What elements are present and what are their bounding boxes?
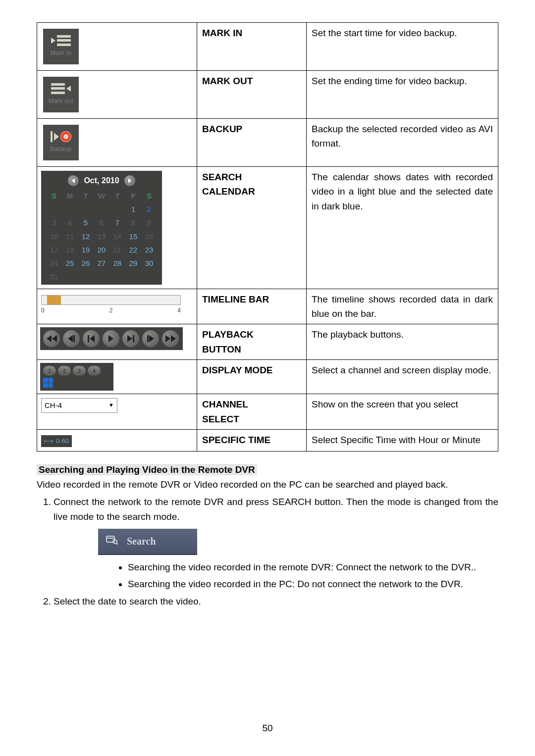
calendar-day[interactable]: 3: [46, 217, 62, 228]
name-search-calendar: SEARCH CALENDAR: [197, 167, 307, 289]
timeline-segment: [47, 296, 61, 304]
channel-select-dropdown[interactable]: CH-4 ▼: [41, 398, 117, 412]
calendar-day[interactable]: 23: [141, 244, 157, 255]
calendar-day[interactable]: 7: [109, 217, 125, 228]
body-text: Searching and Playing Video in the Remot…: [37, 462, 498, 608]
display-mode-button[interactable]: 2: [58, 366, 71, 376]
desc-specific-time: Select Specific Time with Hour or Minute: [307, 430, 498, 452]
play-icon: [54, 133, 59, 141]
calendar-day[interactable]: 18: [62, 244, 78, 255]
name-playback: PLAYBACK BUTTON: [197, 324, 307, 360]
name-timeline: TIMELINE BAR: [197, 289, 307, 324]
calendar-dow: T: [109, 190, 125, 202]
calendar-day[interactable]: 13: [94, 231, 109, 242]
name-mark-out: MARK OUT: [197, 71, 307, 119]
calendar-dow: W: [94, 190, 109, 202]
prev-button[interactable]: [83, 330, 100, 347]
fast-forward-button[interactable]: [162, 330, 179, 347]
timeline-tick-label: 0: [41, 306, 45, 315]
calendar-dow: S: [141, 190, 157, 202]
calendar-prev-button[interactable]: [68, 175, 79, 186]
specific-time-control[interactable]: ⟼ 0-60: [41, 435, 72, 447]
calendar-day[interactable]: 15: [125, 231, 141, 242]
name-line1: PLAYBACK: [202, 329, 254, 340]
desc-backup: Backup the selected recorded video as AV…: [307, 119, 498, 167]
calendar-day[interactable]: 11: [62, 231, 78, 242]
calendar-day[interactable]: 4: [62, 217, 78, 228]
calendar-day[interactable]: 8: [125, 217, 141, 228]
calendar-day[interactable]: 22: [125, 244, 141, 255]
calendar-day[interactable]: 17: [46, 244, 62, 255]
desc-display-mode: Select a channel and screen display mode…: [307, 360, 498, 394]
icon-cell-backup: Backup: [37, 119, 197, 167]
list-icon: [51, 83, 65, 94]
calendar-dow: M: [62, 190, 78, 202]
icon-label: Backup: [50, 144, 71, 154]
calendar-day[interactable]: 1: [125, 203, 141, 215]
backup-icon: Backup: [43, 125, 79, 160]
calendar-day[interactable]: 10: [46, 231, 62, 242]
desc-timeline: The timeline shows recorded data in dark…: [307, 289, 498, 324]
calendar-day[interactable]: 29: [125, 257, 141, 269]
step-2: Select the date to search the video.: [54, 594, 498, 608]
section-intro: Video recorded in the remote DVR or Vide…: [37, 477, 498, 492]
icon-cell-specific-time: ⟼ 0-60: [37, 430, 197, 452]
calendar-next-button[interactable]: [124, 175, 135, 186]
playback-buttons: [40, 327, 183, 350]
calendar-day[interactable]: 6: [94, 217, 109, 228]
play-button[interactable]: [103, 330, 119, 347]
display-mode-button[interactable]: 3: [73, 366, 86, 376]
mark-out-icon: Mark out: [43, 77, 79, 112]
list-icon: [57, 35, 71, 46]
timeline-tick-label: 4: [177, 306, 181, 315]
calendar-day[interactable]: 31: [46, 271, 62, 282]
next-button[interactable]: [122, 330, 139, 347]
calendar-day[interactable]: 28: [109, 257, 125, 269]
calendar-day[interactable]: 12: [78, 231, 94, 242]
calendar-day[interactable]: 21: [109, 244, 125, 255]
calendar-day[interactable]: 25: [62, 257, 78, 269]
bar-icon: [51, 131, 53, 142]
arrow-left-icon: [66, 86, 71, 92]
calendar-day[interactable]: 16: [141, 231, 157, 242]
chevron-right-icon: [128, 178, 131, 183]
icon-cell-channel-select: CH-4 ▼: [37, 394, 197, 430]
calendar-day[interactable]: 24: [46, 257, 62, 269]
name-display-mode: DISPLAY MODE: [197, 360, 307, 394]
svg-line-3: [116, 543, 118, 545]
display-mode-buttons: 1234: [40, 363, 113, 391]
display-mode-button[interactable]: 4: [88, 366, 101, 376]
icon-cell-display-mode: 1234: [37, 360, 197, 394]
search-calendar: Oct, 2010 SMTWTFS.....123456789101112131…: [41, 171, 162, 285]
fast-rewind-button[interactable]: [43, 330, 60, 347]
search-button[interactable]: Search: [98, 529, 197, 555]
page-number: 50: [0, 723, 535, 734]
section-heading: Searching and Playing Video in the Remot…: [37, 464, 257, 475]
calendar-day[interactable]: 26: [78, 257, 94, 269]
calendar-day[interactable]: 30: [141, 257, 157, 269]
calendar-day[interactable]: 2: [141, 203, 157, 215]
name-backup: BACKUP: [197, 119, 307, 167]
icon-cell-mark-out: Mark out: [37, 71, 197, 119]
display-mode-button[interactable]: 1: [43, 366, 56, 376]
timeline-ticks: 024: [41, 306, 181, 315]
step-1: Connect the network to the remote DVR an…: [54, 495, 498, 591]
icon-label: Mark out: [49, 96, 74, 106]
calendar-day[interactable]: 27: [94, 257, 109, 269]
step-back-button[interactable]: [63, 330, 80, 347]
step-forward-button[interactable]: [142, 330, 159, 347]
calendar-dow: S: [46, 190, 62, 202]
name-line1: CHANNEL: [202, 399, 248, 409]
calendar-day[interactable]: 19: [78, 244, 94, 255]
grid-mode-button[interactable]: [43, 378, 53, 388]
bullet-2: Searching the video recorded in the PC: …: [128, 577, 498, 591]
calendar-day[interactable]: 5: [78, 217, 94, 228]
icon-cell-playback: [37, 324, 197, 360]
search-button-label: Search: [127, 534, 156, 549]
calendar-day[interactable]: 9: [141, 217, 157, 228]
name-specific-time: SPECIFIC TIME: [197, 430, 307, 452]
calendar-day[interactable]: 14: [109, 231, 125, 242]
calendar-day[interactable]: 20: [94, 244, 109, 255]
desc-playback: The playback buttons.: [307, 324, 498, 360]
timeline-bar[interactable]: [41, 295, 181, 305]
